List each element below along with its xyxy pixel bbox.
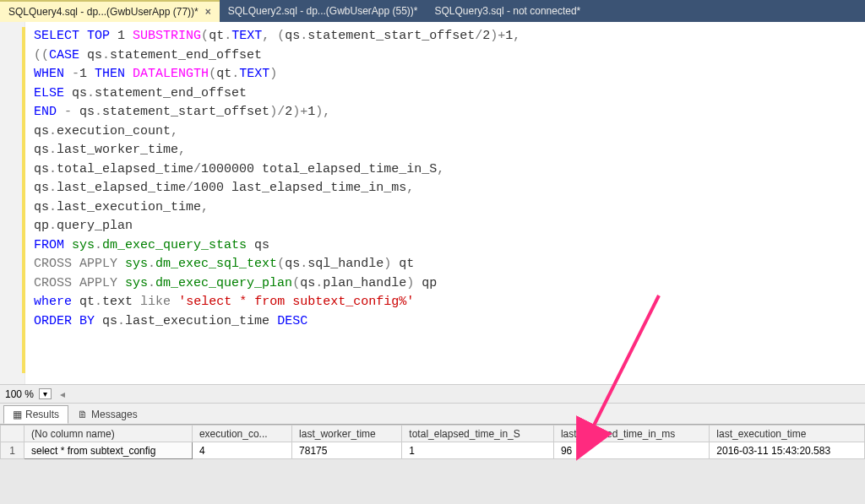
chevron-down-icon[interactable]: ▾ [39,388,52,399]
editor-gutter [0,22,25,384]
editor-tabbar: SQLQuery4.sql - dp...(GwbUserApp (77))* … [0,0,865,22]
tab-label: SQLQuery2.sql - dp...(GwbUserApp (55))* [228,5,418,17]
tab-messages-label: Messages [91,409,138,420]
sql-editor[interactable]: SELECT TOP 1 SUBSTRING(qt.TEXT, (qs.stat… [0,22,865,385]
results-grid[interactable]: (No column name) execution_co... last_wo… [0,424,865,459]
col-header[interactable]: total_elapsed_time_in_S [402,425,554,442]
zoom-bar: 100 % ▾ ◂ [0,385,865,404]
close-icon[interactable]: × [205,6,211,18]
cell[interactable]: select * from subtext_config [24,442,193,459]
col-header[interactable]: last_worker_time [292,425,402,442]
tab-results[interactable]: ▦ Results [3,405,68,424]
tab-query3[interactable]: SQLQuery3.sql - not connected* [427,0,590,22]
cell[interactable]: 2016-03-11 15:43:20.583 [710,442,865,459]
cell[interactable]: 78175 [292,442,402,459]
results-panetabs: ▦ Results 🗎 Messages [0,404,865,424]
tab-label: SQLQuery4.sql - dp...(GwbUserApp (77))* [8,6,199,18]
tab-query2[interactable]: SQLQuery2.sql - dp...(GwbUserApp (55))* [220,0,427,22]
grid-icon: ▦ [13,409,22,420]
cell[interactable]: 1 [402,442,554,459]
col-header[interactable]: (No column name) [24,425,193,442]
cell[interactable]: 96 [553,442,709,459]
zoom-value[interactable]: 100 % [5,388,34,400]
cell[interactable]: 4 [192,442,291,459]
scroll-left-icon[interactable]: ◂ [60,388,65,400]
tab-results-label: Results [25,409,59,420]
page-icon: 🗎 [78,409,88,420]
tab-label: SQLQuery3.sql - not connected* [435,5,581,17]
col-header[interactable]: last_elapsed_time_in_ms [553,425,709,442]
code-area[interactable]: SELECT TOP 1 SUBSTRING(qt.TEXT, (qs.stat… [25,22,529,384]
tab-messages[interactable]: 🗎 Messages [68,405,147,424]
header-row: (No column name) execution_co... last_wo… [1,425,865,442]
table-row[interactable]: 1 select * from subtext_config 4 78175 1… [1,442,865,459]
tab-query4[interactable]: SQLQuery4.sql - dp...(GwbUserApp (77))* … [0,0,220,22]
rownum-header [1,425,24,442]
col-header[interactable]: last_execution_time [710,425,865,442]
col-header[interactable]: execution_co... [192,425,291,442]
rownum-cell: 1 [1,442,24,459]
